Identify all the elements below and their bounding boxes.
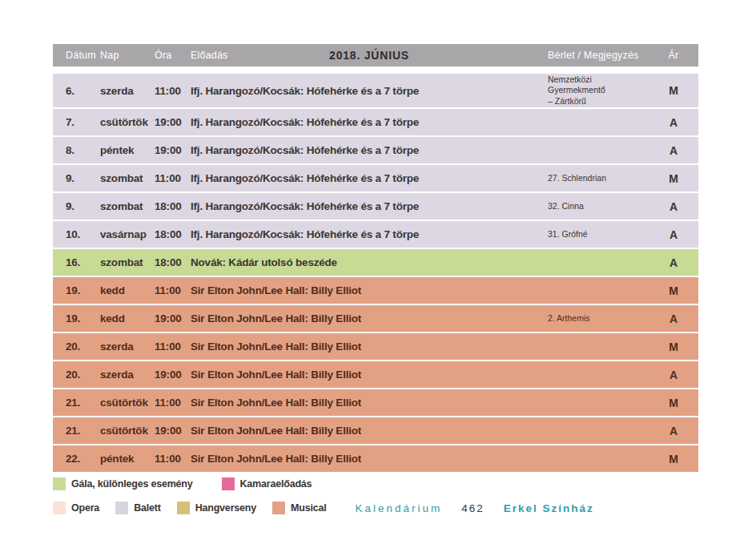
legend-special-events: Gála, különleges esemény Kamaraelőadás <box>53 478 312 490</box>
cell-date: 9. <box>53 172 100 184</box>
cell-price: A <box>649 116 698 129</box>
cell-day: szombat <box>100 172 155 184</box>
cell-price: A <box>649 312 698 325</box>
cell-day: szombat <box>100 200 155 212</box>
legend-label-opera: Opera <box>71 502 99 514</box>
cell-note: 27. Schlendrian <box>548 173 649 184</box>
cell-time: 11:00 <box>155 397 191 409</box>
column-header-time: Óra <box>155 50 191 61</box>
legend-label-hangverseny: Hangverseny <box>195 502 256 514</box>
cell-show: Ifj. Harangozó/Kocsák: Hófehérke és a 7 … <box>191 200 548 212</box>
cell-note: Nemzetközi Gyermekmentő – Zártkörű <box>548 75 649 107</box>
table-row: 9. szombat 11:00 Ifj. Harangozó/Kocsák: … <box>53 165 698 191</box>
cell-time: 19:00 <box>155 116 191 128</box>
hangverseny-color-swatch <box>177 502 190 514</box>
cell-time: 19:00 <box>155 144 191 156</box>
cell-show: Sir Elton John/Lee Hall: Billy Elliot <box>191 369 548 381</box>
cell-time: 19:00 <box>155 425 191 437</box>
legend-label-musical: Musical <box>291 502 326 514</box>
cell-price: A <box>649 256 698 269</box>
cell-date: 22. <box>53 453 100 465</box>
column-header-show: Előadás <box>191 50 228 61</box>
cell-date: 16. <box>53 256 100 268</box>
cell-time: 18:00 <box>155 228 191 240</box>
legend-categories-footer: Opera Balett Hangverseny Musical Kalendá… <box>53 502 594 514</box>
balett-color-swatch <box>115 502 128 514</box>
table-row: 9. szombat 18:00 Ifj. Harangozó/Kocsák: … <box>53 193 698 220</box>
column-header-note: Bérlet / Megjegyzés <box>548 50 649 61</box>
cell-day: szerda <box>100 369 155 381</box>
publication-title: Kalendárium <box>355 502 442 514</box>
cell-day: szombat <box>100 256 155 268</box>
cell-price: A <box>649 144 698 157</box>
table-row: 20. szerda 11:00 Sir Elton John/Lee Hall… <box>53 333 698 360</box>
cell-day: szerda <box>100 85 155 97</box>
cell-time: 11:00 <box>155 284 191 296</box>
cell-note: 31. Grófné <box>548 229 649 240</box>
table-row: 21. csütörtök 11:00 Sir Elton John/Lee H… <box>53 389 698 416</box>
cell-time: 18:00 <box>155 256 191 268</box>
column-header-date: Dátum <box>53 50 100 61</box>
cell-time: 19:00 <box>155 312 191 324</box>
cell-date: 20. <box>53 369 100 381</box>
cell-day: csütörtök <box>100 116 155 128</box>
cell-show: Ifj. Harangozó/Kocsák: Hófehérke és a 7 … <box>191 172 548 184</box>
table-row: 8. péntek 19:00 Ifj. Harangozó/Kocsák: H… <box>53 137 698 163</box>
cell-day: csütörtök <box>100 425 155 437</box>
cell-show: Sir Elton John/Lee Hall: Billy Elliot <box>191 453 548 465</box>
cell-day: péntek <box>100 144 155 156</box>
legend-item-balett: Balett <box>115 502 161 514</box>
cell-show: Sir Elton John/Lee Hall: Billy Elliot <box>191 397 548 409</box>
legend-item-gala: Gála, különleges esemény <box>53 478 193 490</box>
legend-item-hangverseny: Hangverseny <box>177 502 256 514</box>
column-header-day: Nap <box>100 50 155 61</box>
cell-price: A <box>649 369 698 381</box>
musical-color-swatch <box>272 502 285 514</box>
calendar-page: Dátum Nap Óra Előadás 2018. JÚNIUS Bérle… <box>0 0 756 544</box>
cell-price: A <box>649 425 698 437</box>
cell-show: Sir Elton John/Lee Hall: Billy Elliot <box>191 284 548 296</box>
cell-day: vasárnap <box>100 228 155 240</box>
cell-date: 21. <box>53 397 100 409</box>
legend-label-kamara: Kamaraelőadás <box>240 478 312 490</box>
cell-day: szerda <box>100 341 155 353</box>
table-row: 6. szerda 11:00 Ifj. Harangozó/Kocsák: H… <box>53 74 698 107</box>
cell-note: 32. Cinna <box>548 201 649 212</box>
cell-time: 11:00 <box>155 85 191 97</box>
table-row: 20. szerda 19:00 Sir Elton John/Lee Hall… <box>53 361 698 388</box>
cell-price: M <box>649 172 698 185</box>
cell-price: A <box>649 200 698 213</box>
legend-label-balett: Balett <box>134 502 161 514</box>
table-row: 21. csütörtök 19:00 Sir Elton John/Lee H… <box>53 417 698 444</box>
opera-color-swatch <box>53 502 66 514</box>
cell-time: 18:00 <box>155 200 191 212</box>
cell-date: 6. <box>53 85 100 97</box>
cell-price: M <box>649 284 698 297</box>
cell-time: 11:00 <box>155 172 191 184</box>
cell-date: 21. <box>53 425 100 437</box>
cell-time: 11:00 <box>155 341 191 353</box>
column-header-price: Ár <box>649 50 698 61</box>
table-row: 16. szombat 18:00 Novák: Kádár utolsó be… <box>53 249 698 276</box>
cell-show: Novák: Kádár utolsó beszéde <box>191 256 548 268</box>
column-header-show-wrap: Előadás 2018. JÚNIUS <box>191 50 548 61</box>
cell-price: M <box>649 84 698 97</box>
table-row: 22. péntek 11:00 Sir Elton John/Lee Hall… <box>53 445 698 472</box>
table-row: 10. vasárnap 18:00 Ifj. Harangozó/Kocsák… <box>53 221 698 248</box>
cell-show: Ifj. Harangozó/Kocsák: Hófehérke és a 7 … <box>191 85 548 97</box>
cell-date: 8. <box>53 144 100 156</box>
kamara-color-swatch <box>222 478 235 490</box>
cell-time: 19:00 <box>155 369 191 381</box>
cell-price: M <box>649 341 698 353</box>
cell-time: 11:00 <box>155 453 191 465</box>
cell-price: A <box>649 228 698 241</box>
table-rows: 6. szerda 11:00 Ifj. Harangozó/Kocsák: H… <box>53 74 698 472</box>
cell-price: M <box>649 397 698 409</box>
table-row: 19. kedd 11:00 Sir Elton John/Lee Hall: … <box>53 277 698 304</box>
table-row: 7. csütörtök 19:00 Ifj. Harangozó/Kocsák… <box>53 109 698 135</box>
cell-date: 7. <box>53 116 100 128</box>
cell-date: 20. <box>53 341 100 353</box>
cell-price: M <box>649 453 698 465</box>
venue-name: Erkel Színház <box>504 502 594 514</box>
month-title: 2018. JÚNIUS <box>329 49 409 62</box>
